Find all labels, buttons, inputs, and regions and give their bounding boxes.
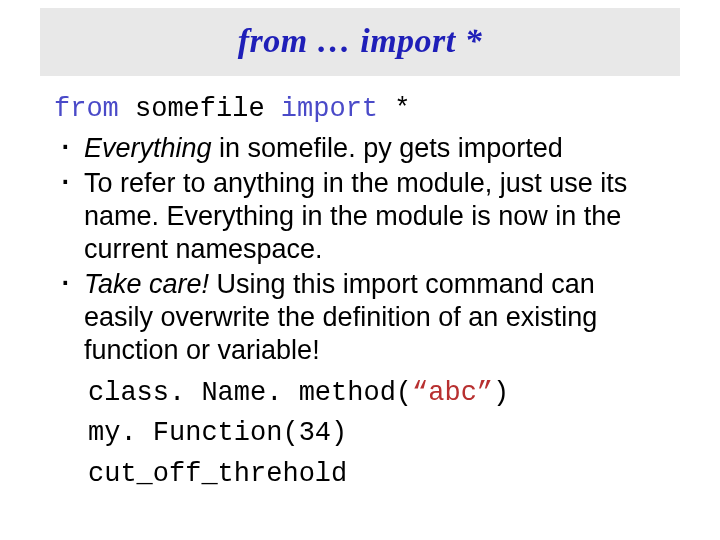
- bullet-item: Everything in somefile. py gets imported: [54, 132, 666, 165]
- example-line: class. Name. method(“abc”): [88, 373, 666, 414]
- bullet-list: Everything in somefile. py gets imported…: [54, 132, 666, 367]
- example-line: my. Function(34): [88, 413, 666, 454]
- slide-title: from … import *: [40, 22, 680, 60]
- bullet-item: To refer to anything in the module, just…: [54, 167, 666, 266]
- code-import-line: from somefile import *: [54, 94, 666, 124]
- example-block: class. Name. method(“abc”) my. Function(…: [54, 373, 666, 495]
- example-line: cut_off_threhold: [88, 454, 666, 495]
- slide-title-bar: from … import *: [40, 8, 680, 76]
- bullet-item: Take care! Using this import command can…: [54, 268, 666, 367]
- slide-content: from somefile import * Everything in som…: [0, 94, 720, 494]
